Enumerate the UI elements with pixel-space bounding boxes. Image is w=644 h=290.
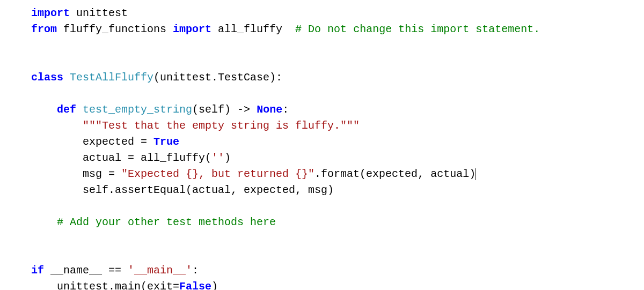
code-line: self.assertEqual(actual, expected, msg) [31, 184, 334, 196]
keyword-import: import [31, 7, 70, 19]
keyword-class: class [31, 71, 63, 84]
keyword-def: def [57, 103, 76, 116]
code-text: __name__ == [44, 264, 128, 277]
code-text: self.assertEqual(actual, expected, msg) [83, 184, 334, 196]
function-name: test_empty_string [83, 103, 192, 116]
keyword-from: from [31, 23, 57, 35]
code-line: msg = "Expected {}, but returned {}".for… [31, 168, 475, 180]
class-bases: (unittest.TestCase): [153, 71, 282, 84]
docstring: """Test that the empty string is fluffy.… [83, 120, 360, 132]
code-line: class TestAllFluffy(unittest.TestCase): [31, 71, 282, 84]
code-line: if __name__ == '__main__': [31, 264, 199, 277]
text-cursor [475, 168, 475, 180]
string-literal: '__main__' [128, 264, 192, 277]
code-line: """Test that the empty string is fluffy.… [31, 120, 360, 132]
code-text: msg = [83, 168, 121, 180]
code-line: actual = all_fluffy('') [31, 152, 231, 164]
module-name: unittest [70, 7, 128, 19]
string-literal: '' [211, 152, 224, 164]
code-line: unittest.main(exit=False) [31, 280, 218, 290]
code-block: import unittest from fluffy_functions im… [0, 0, 644, 290]
module-name: fluffy_functions [57, 23, 173, 35]
code-text: ) [211, 280, 218, 290]
code-line: from fluffy_functions import all_fluffy … [31, 23, 540, 35]
code-text: : [192, 264, 199, 277]
comment: # Do not change this import statement. [295, 23, 540, 35]
keyword-true: True [153, 136, 179, 148]
import-name: all_fluffy [211, 23, 295, 35]
keyword-if: if [31, 264, 44, 277]
code-line: def test_empty_string(self) -> None: [31, 103, 289, 116]
string-literal: "Expected {}, but returned {}" [121, 168, 314, 180]
keyword-import: import [173, 23, 211, 35]
keyword-false: False [179, 280, 211, 290]
code-text: expected = [83, 136, 153, 148]
comment: # Add your other test methods here [57, 216, 276, 228]
class-name: TestAllFluffy [70, 71, 153, 84]
code-text: actual = all_fluffy( [83, 152, 211, 164]
function-params: (self) -> [192, 103, 257, 116]
code-line: import unittest [31, 7, 128, 19]
code-text: unittest.main(exit= [57, 280, 179, 290]
code-line: expected = True [31, 136, 179, 148]
code-text: ) [224, 152, 231, 164]
code-text: .format(expected, actual) [314, 168, 475, 180]
code-line: # Add your other test methods here [31, 216, 276, 228]
keyword-none: None [257, 103, 282, 116]
